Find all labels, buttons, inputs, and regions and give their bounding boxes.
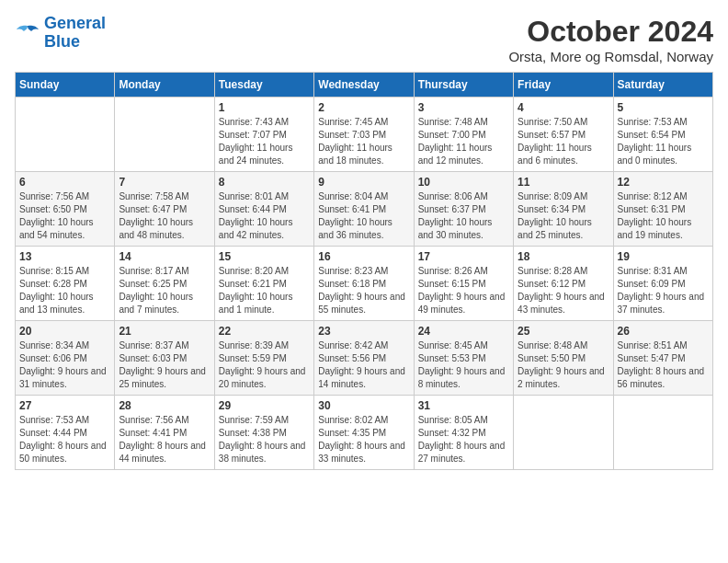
day-info: Sunrise: 7:56 AMSunset: 4:41 PMDaylight:… xyxy=(119,414,210,465)
day-number: 10 xyxy=(418,176,509,189)
day-info: Sunrise: 7:58 AMSunset: 6:47 PMDaylight:… xyxy=(119,190,210,242)
day-info: Sunrise: 8:23 AMSunset: 6:18 PMDaylight:… xyxy=(318,265,409,316)
day-number: 15 xyxy=(219,250,310,263)
calendar-cell: 2Sunrise: 7:45 AMSunset: 7:03 PMDaylight… xyxy=(314,98,414,172)
day-info: Sunrise: 8:34 AMSunset: 6:06 PMDaylight:… xyxy=(19,339,110,391)
calendar-day-header: Tuesday xyxy=(214,73,313,98)
calendar-cell: 14Sunrise: 8:17 AMSunset: 6:25 PMDayligh… xyxy=(115,247,214,321)
calendar-cell: 17Sunrise: 8:26 AMSunset: 6:15 PMDayligh… xyxy=(414,247,513,321)
calendar-cell: 25Sunrise: 8:48 AMSunset: 5:50 PMDayligh… xyxy=(514,321,613,396)
day-number: 1 xyxy=(219,101,310,114)
calendar-cell: 5Sunrise: 7:53 AMSunset: 6:54 PMDaylight… xyxy=(613,98,712,172)
calendar-cell: 21Sunrise: 8:37 AMSunset: 6:03 PMDayligh… xyxy=(115,321,214,396)
day-info: Sunrise: 8:09 AMSunset: 6:34 PMDaylight:… xyxy=(518,190,609,242)
day-info: Sunrise: 8:20 AMSunset: 6:21 PMDaylight:… xyxy=(219,265,310,316)
day-number: 18 xyxy=(518,250,609,263)
calendar-cell: 4Sunrise: 7:50 AMSunset: 6:57 PMDaylight… xyxy=(514,98,613,172)
calendar-cell: 29Sunrise: 7:59 AMSunset: 4:38 PMDayligh… xyxy=(214,396,313,470)
page-title: October 2024 xyxy=(508,15,713,49)
calendar-cell: 24Sunrise: 8:45 AMSunset: 5:53 PMDayligh… xyxy=(414,321,513,396)
day-number: 11 xyxy=(518,176,609,189)
calendar-cell: 23Sunrise: 8:42 AMSunset: 5:56 PMDayligh… xyxy=(314,321,414,396)
calendar-day-header: Saturday xyxy=(613,73,712,98)
calendar-week-row: 20Sunrise: 8:34 AMSunset: 6:06 PMDayligh… xyxy=(16,321,713,396)
page-header: General Blue October 2024 Orsta, More og… xyxy=(15,15,713,64)
day-number: 21 xyxy=(119,325,210,338)
day-info: Sunrise: 8:06 AMSunset: 6:37 PMDaylight:… xyxy=(418,190,509,242)
day-info: Sunrise: 8:12 AMSunset: 6:31 PMDaylight:… xyxy=(618,190,709,242)
day-number: 14 xyxy=(119,250,210,263)
day-info: Sunrise: 8:31 AMSunset: 6:09 PMDaylight:… xyxy=(618,265,709,316)
day-info: Sunrise: 8:39 AMSunset: 5:59 PMDaylight:… xyxy=(219,339,310,391)
day-number: 28 xyxy=(119,399,210,412)
day-number: 20 xyxy=(19,325,110,338)
day-info: Sunrise: 8:05 AMSunset: 4:32 PMDaylight:… xyxy=(418,414,509,465)
day-number: 23 xyxy=(318,325,409,338)
calendar-cell: 27Sunrise: 7:53 AMSunset: 4:44 PMDayligh… xyxy=(16,396,115,470)
day-info: Sunrise: 8:26 AMSunset: 6:15 PMDaylight:… xyxy=(418,265,509,316)
day-number: 7 xyxy=(119,176,210,189)
calendar-cell: 10Sunrise: 8:06 AMSunset: 6:37 PMDayligh… xyxy=(414,172,513,247)
page-subtitle: Orsta, More og Romsdal, Norway xyxy=(508,49,713,64)
calendar-day-header: Friday xyxy=(514,73,613,98)
logo-general: General xyxy=(44,14,106,32)
logo-blue: Blue xyxy=(44,33,106,52)
calendar-cell: 7Sunrise: 7:58 AMSunset: 6:47 PMDaylight… xyxy=(115,172,214,247)
calendar-day-header: Thursday xyxy=(414,73,513,98)
calendar-cell: 19Sunrise: 8:31 AMSunset: 6:09 PMDayligh… xyxy=(613,247,712,321)
calendar-cell: 26Sunrise: 8:51 AMSunset: 5:47 PMDayligh… xyxy=(613,321,712,396)
calendar-cell: 11Sunrise: 8:09 AMSunset: 6:34 PMDayligh… xyxy=(514,172,613,247)
day-number: 26 xyxy=(618,325,709,338)
day-info: Sunrise: 7:53 AMSunset: 6:54 PMDaylight:… xyxy=(618,116,709,167)
day-info: Sunrise: 7:50 AMSunset: 6:57 PMDaylight:… xyxy=(518,116,609,167)
calendar-cell: 28Sunrise: 7:56 AMSunset: 4:41 PMDayligh… xyxy=(115,396,214,470)
day-number: 13 xyxy=(19,250,110,263)
day-number: 4 xyxy=(518,101,609,114)
calendar-cell: 1Sunrise: 7:43 AMSunset: 7:07 PMDaylight… xyxy=(214,98,313,172)
day-number: 30 xyxy=(318,399,409,412)
day-number: 17 xyxy=(418,250,509,263)
calendar-cell: 12Sunrise: 8:12 AMSunset: 6:31 PMDayligh… xyxy=(613,172,712,247)
day-info: Sunrise: 8:45 AMSunset: 5:53 PMDaylight:… xyxy=(418,339,509,391)
day-info: Sunrise: 8:37 AMSunset: 6:03 PMDaylight:… xyxy=(119,339,210,391)
day-number: 2 xyxy=(318,101,409,114)
day-number: 8 xyxy=(219,176,310,189)
calendar-cell: 9Sunrise: 8:04 AMSunset: 6:41 PMDaylight… xyxy=(314,172,414,247)
calendar-day-header: Sunday xyxy=(16,73,115,98)
calendar-cell: 18Sunrise: 8:28 AMSunset: 6:12 PMDayligh… xyxy=(514,247,613,321)
calendar-day-header: Wednesday xyxy=(314,73,414,98)
day-number: 6 xyxy=(19,176,110,189)
title-block: October 2024 Orsta, More og Romsdal, Nor… xyxy=(508,15,713,64)
day-info: Sunrise: 8:48 AMSunset: 5:50 PMDaylight:… xyxy=(518,339,609,391)
logo-text: General Blue xyxy=(44,15,106,52)
logo-icon xyxy=(15,22,40,44)
day-info: Sunrise: 7:53 AMSunset: 4:44 PMDaylight:… xyxy=(19,414,110,465)
day-info: Sunrise: 8:51 AMSunset: 5:47 PMDaylight:… xyxy=(618,339,709,391)
day-number: 27 xyxy=(19,399,110,412)
day-info: Sunrise: 7:59 AMSunset: 4:38 PMDaylight:… xyxy=(219,414,310,465)
calendar-cell: 3Sunrise: 7:48 AMSunset: 7:00 PMDaylight… xyxy=(414,98,513,172)
day-number: 29 xyxy=(219,399,310,412)
calendar-week-row: 13Sunrise: 8:15 AMSunset: 6:28 PMDayligh… xyxy=(16,247,713,321)
day-number: 5 xyxy=(618,101,709,114)
calendar-cell: 15Sunrise: 8:20 AMSunset: 6:21 PMDayligh… xyxy=(214,247,313,321)
calendar-cell: 22Sunrise: 8:39 AMSunset: 5:59 PMDayligh… xyxy=(214,321,313,396)
calendar-cell: 8Sunrise: 8:01 AMSunset: 6:44 PMDaylight… xyxy=(214,172,313,247)
calendar-table: SundayMondayTuesdayWednesdayThursdayFrid… xyxy=(15,72,713,470)
day-number: 19 xyxy=(618,250,709,263)
day-number: 9 xyxy=(318,176,409,189)
day-info: Sunrise: 8:28 AMSunset: 6:12 PMDaylight:… xyxy=(518,265,609,316)
calendar-week-row: 27Sunrise: 7:53 AMSunset: 4:44 PMDayligh… xyxy=(16,396,713,470)
day-number: 22 xyxy=(219,325,310,338)
day-info: Sunrise: 8:17 AMSunset: 6:25 PMDaylight:… xyxy=(119,265,210,316)
calendar-cell: 6Sunrise: 7:56 AMSunset: 6:50 PMDaylight… xyxy=(16,172,115,247)
day-number: 16 xyxy=(318,250,409,263)
day-number: 31 xyxy=(418,399,509,412)
calendar-header-row: SundayMondayTuesdayWednesdayThursdayFrid… xyxy=(16,73,713,98)
calendar-cell: 13Sunrise: 8:15 AMSunset: 6:28 PMDayligh… xyxy=(16,247,115,321)
day-info: Sunrise: 7:48 AMSunset: 7:00 PMDaylight:… xyxy=(418,116,509,167)
calendar-cell: 20Sunrise: 8:34 AMSunset: 6:06 PMDayligh… xyxy=(16,321,115,396)
day-number: 24 xyxy=(418,325,509,338)
day-info: Sunrise: 7:43 AMSunset: 7:07 PMDaylight:… xyxy=(219,116,310,167)
logo: General Blue xyxy=(15,15,106,52)
